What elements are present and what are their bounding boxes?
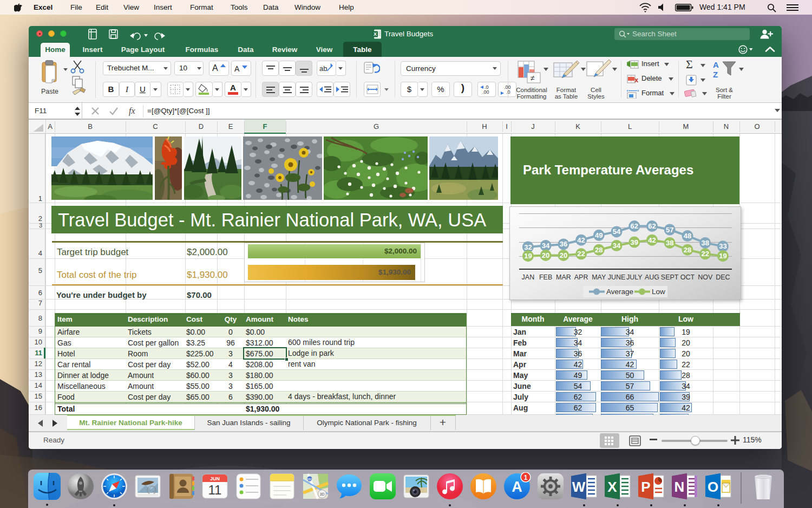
- svg-text:Low: Low: [652, 288, 665, 296]
- svg-text:38: 38: [701, 239, 709, 247]
- svg-text:19: 19: [524, 252, 532, 260]
- svg-text:OCT: OCT: [680, 273, 695, 281]
- svg-text:62: 62: [631, 222, 638, 230]
- svg-text:34: 34: [613, 242, 621, 250]
- svg-text:11: 11: [208, 483, 222, 497]
- svg-text:DEC: DEC: [716, 273, 730, 281]
- svg-text:JUNE: JUNE: [608, 273, 626, 281]
- svg-text:A: A: [713, 60, 719, 69]
- svg-text:19: 19: [719, 252, 726, 260]
- svg-text:Z: Z: [713, 70, 718, 79]
- svg-text:33: 33: [719, 242, 726, 250]
- svg-text:AUG: AUG: [645, 273, 659, 281]
- svg-text:3D: 3D: [320, 492, 325, 496]
- svg-text:MAY: MAY: [592, 273, 606, 281]
- svg-text:57: 57: [666, 226, 673, 234]
- svg-text:x: x: [634, 76, 639, 83]
- svg-text:20: 20: [560, 251, 567, 259]
- svg-text:JAN: JAN: [522, 273, 535, 281]
- svg-text:JUN: JUN: [210, 476, 220, 481]
- svg-text:48: 48: [684, 232, 691, 240]
- svg-text:≠: ≠: [531, 74, 535, 82]
- svg-text:28: 28: [595, 246, 603, 254]
- svg-text:280: 280: [307, 478, 313, 481]
- svg-text:JULY: JULY: [626, 273, 643, 281]
- svg-text:20: 20: [542, 251, 549, 259]
- svg-text:.0: .0: [506, 89, 510, 95]
- svg-text:NOV: NOV: [698, 273, 713, 281]
- svg-text:54: 54: [613, 227, 621, 236]
- svg-text:49: 49: [595, 231, 603, 239]
- svg-text:22: 22: [701, 250, 709, 258]
- svg-text:32: 32: [524, 243, 532, 251]
- svg-text:34: 34: [542, 242, 550, 250]
- svg-text:N: N: [675, 479, 685, 495]
- svg-text:W: W: [572, 479, 586, 495]
- svg-text:MAR: MAR: [556, 273, 571, 281]
- svg-text:28: 28: [684, 246, 691, 254]
- svg-text:1: 1: [524, 474, 528, 481]
- svg-text:42: 42: [577, 236, 585, 244]
- svg-text:P: P: [641, 479, 650, 495]
- svg-text:SEPT: SEPT: [661, 273, 679, 281]
- svg-text:.00: .00: [482, 89, 489, 95]
- svg-text:39: 39: [631, 238, 638, 246]
- svg-text:Average: Average: [606, 288, 633, 296]
- svg-text:X: X: [607, 479, 617, 495]
- svg-text:O: O: [708, 479, 718, 495]
- svg-text:38: 38: [666, 239, 673, 247]
- svg-text:62: 62: [648, 222, 656, 230]
- svg-text:FEB: FEB: [539, 273, 552, 281]
- svg-text:X: X: [374, 31, 377, 37]
- svg-text:A: A: [512, 479, 522, 495]
- svg-text:36: 36: [560, 240, 567, 248]
- svg-text:APR: APR: [574, 273, 588, 281]
- svg-text:ab: ab: [319, 64, 327, 73]
- svg-text:42: 42: [648, 236, 656, 244]
- svg-text:22: 22: [577, 250, 585, 258]
